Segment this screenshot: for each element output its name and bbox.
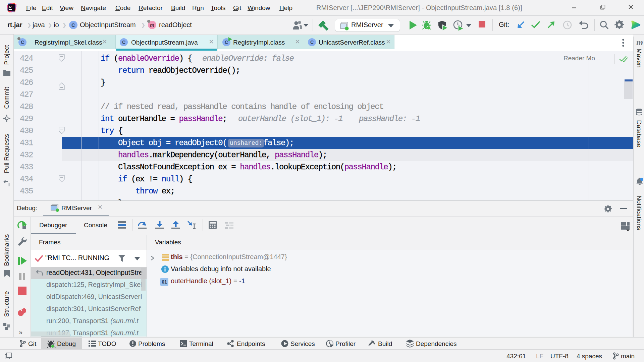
svg-text:IJ: IJ xyxy=(9,5,12,8)
